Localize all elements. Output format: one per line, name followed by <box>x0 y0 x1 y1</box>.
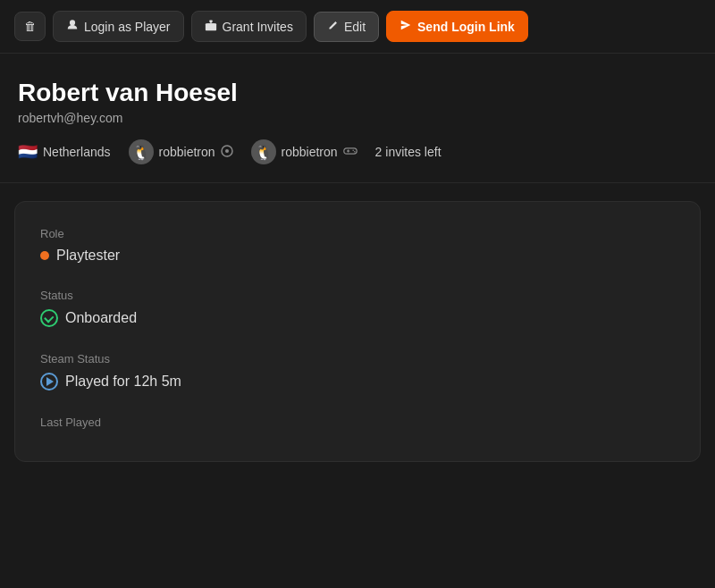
platform2-badge-icon <box>343 145 358 159</box>
country-item: 🇳🇱 Netherlands <box>18 142 111 162</box>
steam-status-value-text: Played for 12h 5m <box>65 374 181 390</box>
role-value-text: Playtester <box>56 248 120 264</box>
invites-left-text: 2 invites left <box>375 145 442 159</box>
svg-rect-5 <box>343 148 356 154</box>
role-field: Role Playtester <box>40 227 675 264</box>
role-label: Role <box>40 227 675 240</box>
country-name: Netherlands <box>43 145 111 159</box>
edit-button[interactable]: Edit <box>314 12 379 42</box>
svg-point-8 <box>352 149 354 151</box>
details-card: Role Playtester Status Onboarded Steam S… <box>14 201 701 462</box>
trash-icon: 🗑 <box>24 20 36 33</box>
last-played-field: Last Played <box>40 416 675 436</box>
status-value-text: Onboarded <box>65 310 137 326</box>
invites-item: 2 invites left <box>375 145 442 159</box>
steam-play-icon <box>40 373 58 391</box>
svg-point-0 <box>70 20 75 25</box>
login-as-player-button[interactable]: Login as Player <box>53 11 184 42</box>
svg-point-9 <box>354 151 356 153</box>
platform1-username: robbietron <box>159 145 215 159</box>
role-value: Playtester <box>40 248 675 264</box>
grant-invites-label: Grant Invites <box>223 20 293 34</box>
user-icon <box>66 19 79 34</box>
edit-label: Edit <box>344 20 366 34</box>
svg-point-4 <box>225 149 229 153</box>
last-played-label: Last Played <box>40 416 675 429</box>
steam-status-field: Steam Status Played for 12h 5m <box>40 352 675 391</box>
svg-rect-2 <box>206 23 214 25</box>
platform1-item: 🐧 robbietron <box>129 139 233 164</box>
platform2-item: 🐧 robbietron <box>251 139 358 164</box>
platform2-username: robbietron <box>282 145 338 159</box>
grant-invites-button[interactable]: Grant Invites <box>191 11 307 42</box>
platform1-badge-icon <box>221 145 233 160</box>
platform2-avatar: 🐧 <box>251 139 276 164</box>
profile-meta: 🇳🇱 Netherlands 🐧 robbietron 🐧 robbietron <box>18 139 697 164</box>
status-value: Onboarded <box>40 309 675 327</box>
toolbar: 🗑 Login as Player Grant Invites Edit <box>0 0 715 54</box>
profile-email: robertvh@hey.com <box>18 111 697 125</box>
delete-button[interactable]: 🗑 <box>14 12 46 41</box>
login-as-player-label: Login as Player <box>84 20 171 34</box>
status-label: Status <box>40 289 675 302</box>
profile-name: Robert van Hoesel <box>18 79 697 107</box>
status-check-icon <box>40 309 58 327</box>
send-login-link-label: Send Login Link <box>417 20 515 34</box>
platform1-avatar: 🐧 <box>129 139 154 164</box>
gift-icon <box>205 19 217 34</box>
profile-section: Robert van Hoesel robertvh@hey.com 🇳🇱 Ne… <box>0 54 715 183</box>
send-icon <box>400 19 412 34</box>
steam-status-value: Played for 12h 5m <box>40 373 675 391</box>
steam-status-label: Steam Status <box>40 352 675 365</box>
pencil-icon <box>327 20 339 34</box>
status-field: Status Onboarded <box>40 289 675 327</box>
send-login-link-button[interactable]: Send Login Link <box>386 11 528 42</box>
country-flag: 🇳🇱 <box>18 142 38 162</box>
role-indicator <box>40 251 49 260</box>
